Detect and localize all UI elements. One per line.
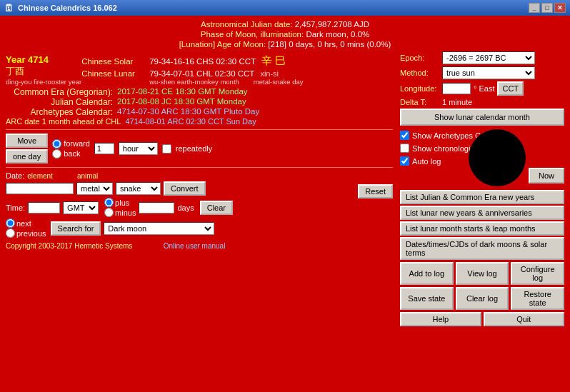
method-select[interactable]: true sun xyxy=(442,66,535,79)
arc-note-value: 4714-08-01 ARC 02:30 CCT Sun Day xyxy=(125,117,256,126)
repeatedly-label: repeatedly xyxy=(176,144,212,153)
one-day-button[interactable]: one day xyxy=(6,149,48,164)
title-bar: 🗓 Chinese Calendrics 16.062 _ □ ✕ xyxy=(0,0,570,16)
epoch-select[interactable]: -2696 = 2697 BC xyxy=(442,51,535,64)
time-input[interactable]: 18:30 xyxy=(28,202,60,213)
move-section: Move one day forward back hour xyxy=(6,134,393,164)
plus-radio-row[interactable]: plus xyxy=(104,198,136,207)
minus-radio-row[interactable]: minus xyxy=(104,208,136,217)
year-sub1: 丁酉 xyxy=(6,65,81,78)
previous-radio-row[interactable]: previous xyxy=(6,228,46,238)
longitude-input[interactable]: 120 xyxy=(442,83,471,94)
previous-label: previous xyxy=(16,229,46,238)
list-dark-moons-button[interactable]: Dates/times/CJDs of dark moons & solar t… xyxy=(400,237,564,260)
close-button[interactable]: ✕ xyxy=(554,3,566,13)
plus-radio[interactable] xyxy=(104,198,114,207)
quit-button[interactable]: Quit xyxy=(484,312,565,326)
configure-log-button[interactable]: Configure log xyxy=(511,262,564,285)
lunar-value: 79-34-07-01 CHL 02:30 CCT xyxy=(149,69,254,78)
back-radio-row[interactable]: back xyxy=(52,149,90,159)
list-julian-button[interactable]: List Julian & Common Era new years xyxy=(400,190,564,204)
state-row: Save state Clear log Restore state xyxy=(400,287,564,310)
show-lunar-button[interactable]: Show lunar calendar month xyxy=(400,109,564,126)
deltat-value: 1 minute xyxy=(442,98,472,106)
back-radio[interactable] xyxy=(52,149,61,159)
era-julian: Julian Calendar: 2017-08-08 JC 18:30 GMT… xyxy=(6,97,393,107)
moon-row: Phase of Moon, illumination: Dark moon, … xyxy=(6,30,564,39)
days-label: days xyxy=(177,203,194,212)
main-content: Astronomical Julian date: 2,457,987.2708… xyxy=(0,16,570,392)
cct-button[interactable]: CCT xyxy=(497,81,524,96)
timezone-select[interactable]: GMTCCTUTC xyxy=(63,201,99,214)
ajd-label: Astronomical Julian date: xyxy=(201,20,292,29)
now-button[interactable]: Now xyxy=(529,168,564,184)
maximize-button[interactable]: □ xyxy=(541,3,553,13)
date-input[interactable]: 2017-08-21 CE xyxy=(6,183,74,194)
search-button[interactable]: Search for xyxy=(51,221,101,236)
lunar-sub2: wu-shen earth-monkey month xyxy=(149,78,239,86)
amount-input[interactable] xyxy=(94,143,114,154)
event-select[interactable]: Dark moonFull moonNew yearSolar term xyxy=(104,222,214,235)
gregorian-label: Common Era (Gregorian): xyxy=(6,87,113,97)
move-button[interactable]: Move xyxy=(6,134,48,148)
next-radio-row[interactable]: next xyxy=(6,218,46,228)
method-row: Method: true sun xyxy=(400,66,564,79)
lunar-label: Chinese Lunar xyxy=(81,69,149,78)
app-icon: 🗓 xyxy=(4,3,14,14)
online-manual[interactable]: Online user manual xyxy=(164,242,226,250)
reset-button[interactable]: Reset xyxy=(358,184,393,198)
moon-label: Phase of Moon, illumination: xyxy=(201,30,304,39)
archetypes-value: 4714-07-30 ARC 18:30 GMT Pluto Day xyxy=(117,107,259,117)
view-log-button[interactable]: View log xyxy=(456,262,509,285)
lunation-label: [Lunation] Age of Moon: xyxy=(179,40,266,49)
right-panel: Epoch: -2696 = 2697 BC Method: true sun … xyxy=(400,51,564,326)
deltat-row: Delta T: 1 minute xyxy=(400,98,564,106)
list-buttons: List Julian & Common Era new years List … xyxy=(400,190,564,260)
list-lunar-years-button[interactable]: List lunar new years & anniversaries xyxy=(400,206,564,220)
east-label: ° East xyxy=(474,84,494,93)
ajd-row: Astronomical Julian date: 2,457,987.2708… xyxy=(6,20,564,29)
add-log-button[interactable]: Add to log xyxy=(400,262,454,285)
next-radio[interactable] xyxy=(6,218,15,228)
animal-label: animal xyxy=(77,172,98,180)
minimize-button[interactable]: _ xyxy=(529,3,540,13)
window-title: Chinese Calendrics 16.062 xyxy=(18,4,117,12)
forward-radio-row[interactable]: forward xyxy=(52,139,90,149)
convert-button[interactable]: Convert xyxy=(164,181,206,196)
days-input[interactable] xyxy=(139,202,174,213)
arc-note: ARC date 1 month ahead of CHL xyxy=(6,117,121,126)
plus-label: plus xyxy=(115,198,129,207)
clear-button[interactable]: Clear xyxy=(200,201,233,215)
date-label: Date: xyxy=(6,171,24,180)
restore-state-button[interactable]: Restore state xyxy=(511,287,564,310)
epoch-row: Epoch: -2696 = 2697 BC xyxy=(400,51,564,64)
era-archetypes: Archetypes Calendar: 4714-07-30 ARC 18:3… xyxy=(6,107,393,117)
solar-value: 79-34-16-16 CHS 02:30 CCT xyxy=(149,57,256,66)
ajd-value: 2,457,987.2708 AJD xyxy=(295,20,369,29)
moon-value: Dark moon, 0.0% xyxy=(306,30,369,39)
help-button[interactable]: Help xyxy=(400,312,481,326)
direction-group: forward back xyxy=(52,139,90,159)
lunation-value: [218] 0 days, 0 hrs, 0 mins (0.0%) xyxy=(268,40,391,49)
log-row: Add to log View log Configure log xyxy=(400,262,564,285)
minus-radio[interactable] xyxy=(104,208,114,217)
solar-chars: 辛 巳 xyxy=(261,54,286,68)
lunar-chars: xin-si xyxy=(260,69,279,78)
clear-log-button[interactable]: Clear log xyxy=(456,287,509,310)
unit-select[interactable]: hour day week month year xyxy=(119,142,158,155)
forward-label: forward xyxy=(64,139,90,148)
copyright: Copyright 2003-2017 Hermetic Systems xyxy=(6,242,132,250)
repeatedly-checkbox[interactable] xyxy=(162,144,171,154)
element-label: element xyxy=(27,172,53,180)
next-label: next xyxy=(16,219,31,228)
animal-select[interactable]: snakeratoxtigerrabbit dragonhorsesheepmo… xyxy=(116,182,161,195)
window-controls: _ □ ✕ xyxy=(529,3,566,13)
footer-row: Copyright 2003-2017 Hermetic Systems Onl… xyxy=(6,241,393,251)
list-lunar-months-button[interactable]: List lunar month starts & leap months xyxy=(400,221,564,236)
era-block: Common Era (Gregorian): 2017-08-21 CE 18… xyxy=(6,87,393,126)
previous-radio[interactable] xyxy=(6,228,15,238)
forward-radio[interactable] xyxy=(52,139,61,149)
julian-label: Julian Calendar: xyxy=(6,97,113,107)
element-select[interactable]: metalwoodfireearthwater xyxy=(76,182,113,195)
save-state-button[interactable]: Save state xyxy=(400,287,454,310)
